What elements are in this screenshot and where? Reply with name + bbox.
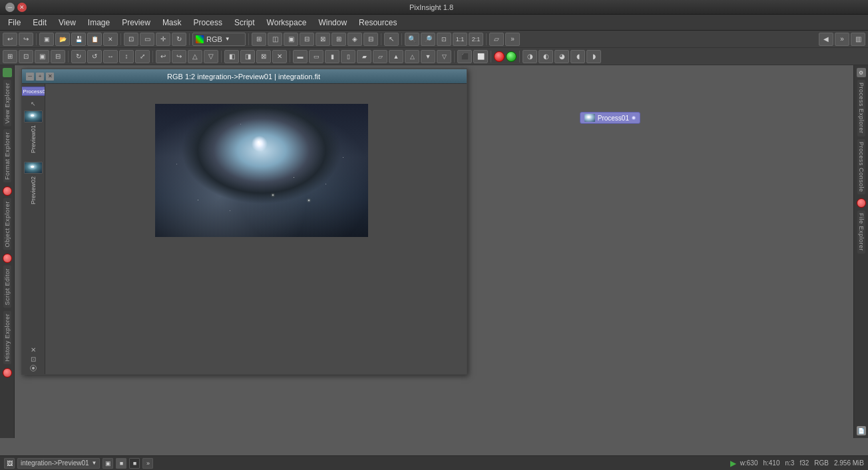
tb2-e4[interactable]: ▯ bbox=[341, 50, 355, 63]
tb2-mask1[interactable]: ◑ bbox=[523, 50, 537, 63]
tb2-btn1[interactable]: ⊞ bbox=[3, 50, 17, 63]
tb-undo[interactable]: ↩ bbox=[3, 33, 17, 46]
tb2-color-green[interactable] bbox=[506, 51, 517, 62]
tb-select[interactable]: ⊡ bbox=[124, 33, 138, 46]
tb2-e10[interactable]: ▽ bbox=[437, 50, 451, 63]
tb2-f2[interactable]: ⬜ bbox=[473, 50, 488, 63]
tb2-e6[interactable]: ▱ bbox=[373, 50, 387, 63]
tb2-d2[interactable]: ◨ bbox=[240, 50, 255, 63]
tb-cursor[interactable]: ↖ bbox=[384, 33, 399, 46]
tb-zoom-fit[interactable]: ⊡ bbox=[437, 33, 451, 46]
tb-view6[interactable]: ⊞ bbox=[331, 33, 346, 46]
menu-mask[interactable]: Mask bbox=[157, 17, 187, 29]
tb2-color-red[interactable] bbox=[494, 51, 505, 62]
win-maximize-btn[interactable]: + bbox=[36, 73, 44, 81]
color-mode-dropdown[interactable]: RGB ▼ bbox=[192, 33, 246, 46]
tb-redo[interactable]: ↪ bbox=[19, 33, 33, 46]
tb2-d4[interactable]: ✕ bbox=[272, 50, 287, 63]
preview01-thumb[interactable] bbox=[24, 111, 43, 122]
tb-zoom-1[interactable]: 1:1 bbox=[453, 33, 467, 46]
tb2-d1[interactable]: ◧ bbox=[224, 50, 239, 63]
status-play-btn[interactable]: ▶ bbox=[730, 459, 736, 468]
menu-window[interactable]: Window bbox=[313, 17, 352, 29]
tb2-flip-d[interactable]: ⤢ bbox=[135, 50, 150, 63]
tb2-mask2[interactable]: ◐ bbox=[539, 50, 553, 63]
tb-open[interactable]: 📂 bbox=[55, 33, 70, 46]
panel-icon-1[interactable]: ✕ bbox=[31, 346, 36, 353]
tb2-c1[interactable]: △ bbox=[188, 50, 202, 63]
process-container[interactable]: Process01 bbox=[580, 112, 640, 124]
menu-process[interactable]: Process bbox=[188, 17, 228, 29]
tb-view4[interactable]: ⊟ bbox=[300, 33, 314, 46]
sidebar-color-icon[interactable] bbox=[3, 186, 12, 196]
sidebar-process-explorer[interactable]: Process Explorer bbox=[857, 80, 865, 136]
tb2-d3[interactable]: ⊠ bbox=[256, 50, 271, 63]
menu-preview[interactable]: Preview bbox=[116, 17, 156, 29]
preview02-thumb[interactable] bbox=[24, 162, 43, 174]
tb2-flip-h[interactable]: ↔ bbox=[103, 50, 118, 63]
sidebar-view-explorer[interactable]: View Explorer bbox=[3, 80, 11, 126]
tb2-mask5[interactable]: ◗ bbox=[586, 50, 601, 63]
status-view-btn3[interactable]: ■ bbox=[129, 458, 140, 469]
tb2-btn4[interactable]: ⊟ bbox=[51, 50, 65, 63]
win-minimize-btn[interactable]: ─ bbox=[26, 73, 34, 81]
tb2-rotate-ccw[interactable]: ↺ bbox=[87, 50, 102, 63]
status-icon[interactable]: 🖼 bbox=[4, 458, 15, 469]
menu-image[interactable]: Image bbox=[83, 17, 115, 29]
menu-file[interactable]: File bbox=[3, 17, 26, 29]
tb-move[interactable]: ✛ bbox=[156, 33, 170, 46]
tb2-e8[interactable]: △ bbox=[405, 50, 419, 63]
process-box[interactable]: Process01 bbox=[580, 112, 640, 124]
tb2-btn3[interactable]: ▣ bbox=[35, 50, 49, 63]
win-close-btn[interactable]: ✕ bbox=[46, 73, 54, 81]
panel-icon-2[interactable]: ⊡ bbox=[31, 355, 36, 363]
menu-workspace[interactable]: Workspace bbox=[262, 17, 312, 29]
tb-rotate[interactable]: ↻ bbox=[172, 33, 186, 46]
sidebar-history-explorer[interactable]: History Explorer bbox=[3, 311, 11, 364]
sidebar-format-explorer[interactable]: Format Explorer bbox=[3, 129, 11, 182]
tb-nav-left[interactable]: ◀ bbox=[819, 33, 833, 46]
tb-close[interactable]: ✕ bbox=[103, 33, 118, 46]
active-view-dropdown[interactable]: integration->Preview01 ▼ bbox=[17, 458, 100, 469]
panel-icon-3[interactable] bbox=[30, 365, 37, 371]
tb2-f1[interactable]: ⬛ bbox=[457, 50, 472, 63]
tb-view7[interactable]: ◈ bbox=[347, 33, 362, 46]
sidebar-color-icon2[interactable] bbox=[3, 254, 12, 263]
minimize-button[interactable]: ─ bbox=[5, 3, 15, 12]
tb-save-as[interactable]: 📋 bbox=[87, 33, 102, 46]
tb-view3[interactable]: ▣ bbox=[284, 33, 298, 46]
tb-view8[interactable]: ⊟ bbox=[363, 33, 378, 46]
tb-zoom-in[interactable]: 🔍 bbox=[405, 33, 419, 46]
sidebar-color-icon3[interactable] bbox=[3, 368, 12, 377]
tb2-c2[interactable]: ▽ bbox=[204, 50, 218, 63]
tb-view1[interactable]: ⊞ bbox=[252, 33, 266, 46]
tb2-e9[interactable]: ▼ bbox=[421, 50, 435, 63]
sidebar-script-editor[interactable]: Script Editor bbox=[3, 266, 11, 308]
menu-edit[interactable]: Edit bbox=[27, 17, 52, 29]
status-view-btn1[interactable]: ▣ bbox=[103, 458, 113, 469]
tb2-redo[interactable]: ↪ bbox=[172, 50, 186, 63]
sidebar-object-explorer[interactable]: Object Explorer bbox=[3, 198, 11, 250]
tb-panel[interactable]: ▱ bbox=[489, 33, 504, 46]
sidebar-right-settings[interactable]: ⚙ bbox=[857, 68, 866, 77]
sidebar-file-explorer[interactable]: File Explorer bbox=[857, 210, 865, 254]
tb2-mask4[interactable]: ◖ bbox=[570, 50, 585, 63]
sidebar-logo[interactable] bbox=[3, 68, 12, 77]
menu-view[interactable]: View bbox=[53, 17, 81, 29]
tb-new[interactable]: ▣ bbox=[39, 33, 54, 46]
tb-more1[interactable]: » bbox=[505, 33, 520, 46]
tb2-e5[interactable]: ▰ bbox=[357, 50, 371, 63]
tb-view5[interactable]: ⊠ bbox=[316, 33, 330, 46]
sidebar-right-bottom-icon[interactable]: 📄 bbox=[857, 426, 866, 435]
preview02-label[interactable]: Preview02 bbox=[30, 175, 37, 206]
status-nav-btn[interactable]: » bbox=[142, 458, 153, 469]
tb2-e7[interactable]: ▲ bbox=[389, 50, 403, 63]
tb2-flip-v[interactable]: ↕ bbox=[119, 50, 134, 63]
preview01-label[interactable]: Preview01 bbox=[30, 124, 37, 154]
tb2-btn2[interactable]: ⊡ bbox=[19, 50, 33, 63]
tb-nav-right[interactable]: » bbox=[835, 33, 849, 46]
tb2-e2[interactable]: ▭ bbox=[309, 50, 324, 63]
sidebar-process-console[interactable]: Process Console bbox=[857, 139, 865, 195]
tb2-e3[interactable]: ▮ bbox=[325, 50, 339, 63]
tb-view2[interactable]: ◫ bbox=[268, 33, 282, 46]
